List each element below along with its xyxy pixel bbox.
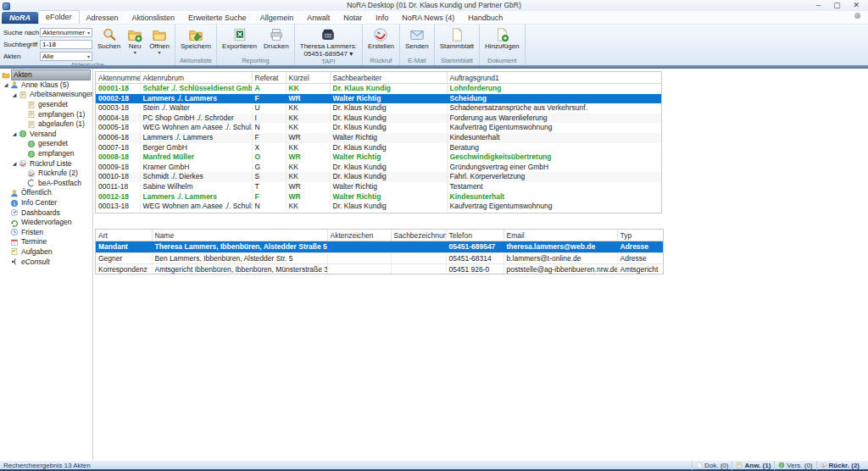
tab-nora-app[interactable]: NoRA xyxy=(2,12,38,24)
sidebar-item-termine[interactable]: Termine xyxy=(0,237,92,247)
sidebar-item-abgelaufen-1[interactable]: abgelaufen (1) xyxy=(0,119,92,130)
suchbegriff-input[interactable] xyxy=(40,40,92,49)
suchen-button[interactable]: Suchen xyxy=(94,25,124,61)
status-counter-rückr-2[interactable]: Rückr. (2) xyxy=(816,461,863,470)
column-header-art[interactable]: Art xyxy=(96,230,152,241)
sidebar-item-label: abgelaufen (1) xyxy=(36,119,86,129)
case-row[interactable]: 00009-18Kramer GmbHGKKDr. Klaus KundigGr… xyxy=(96,163,662,173)
contact-row[interactable]: GegnerBen Lammers, Ibbenbüren, Alstedder… xyxy=(96,252,664,264)
case-row[interactable]: 00013-18WEG Wohnen am Aasee ./. SchulzNK… xyxy=(96,202,662,212)
sidebar-item-dashboards[interactable]: Dashboards xyxy=(0,208,92,218)
sidebar-item-rückrufe-2[interactable]: Rückrufe (2) xyxy=(0,169,92,179)
stammblatt-button[interactable]: Stammblatt xyxy=(437,25,477,57)
cell: 00005-18 xyxy=(96,123,140,133)
column-header-sachbezeichnung[interactable]: Sachbezeichnung xyxy=(391,230,446,241)
sidebar-item-akten[interactable]: Akten xyxy=(0,70,92,80)
sidebar-item-bea-postfach[interactable]: beA-Postfach xyxy=(0,179,92,189)
tapi-contact-button[interactable]: Theresa Lammers:05451-689547 ▾ xyxy=(297,25,360,58)
sidebar-item-anne-klaus-5[interactable]: ◢Anne Klaus (5) xyxy=(0,80,92,91)
info-icon xyxy=(10,199,19,208)
cell: WR xyxy=(286,94,330,104)
akten-select[interactable]: Alle ▾ xyxy=(40,52,92,61)
status-counter-vers-0[interactable]: Vers. (0) xyxy=(774,461,815,470)
case-row[interactable]: 00012-18Lammers ./. LammersFWRWalter Ric… xyxy=(96,192,662,202)
case-row[interactable]: 00007-18Berger GmbHXKKDr. Klaus KundigBe… xyxy=(96,143,662,153)
speichern-button[interactable]: Speichern xyxy=(177,25,214,57)
status-counter-label: Vers. (0) xyxy=(787,461,812,470)
tree-expander-icon[interactable]: ◢ xyxy=(10,130,19,138)
contact-row[interactable]: KorrespondenzAmtsgericht Ibbenbüren, Ibb… xyxy=(96,264,664,275)
column-header-auftragsgrund1[interactable]: Auftragsgrund1 xyxy=(447,72,662,84)
case-row[interactable]: 00001-18Schäfer ./. Schlüsseldienst GmbH… xyxy=(96,84,662,94)
column-header-name[interactable]: Name xyxy=(152,230,327,241)
sidebar-item-rückruf-liste[interactable]: ◢Rückruf Liste xyxy=(0,158,92,169)
cell: 05451 926-0 xyxy=(446,264,504,275)
cell: 00001-18 xyxy=(96,84,140,94)
group-label-aktionsliste: Aktionsliste xyxy=(177,57,214,65)
erstellen-button[interactable]: Erstellen xyxy=(364,25,398,57)
ribbon-group-tapi: Theresa Lammers:05451-689547 ▾ TAPI xyxy=(295,25,363,65)
help-icon[interactable] xyxy=(854,13,860,19)
folder-icon xyxy=(2,71,11,80)
contact-row[interactable]: MandantTheresa Lammers, Ibbenbüren, Alst… xyxy=(96,241,664,253)
tab-notar[interactable]: Notar xyxy=(337,12,369,24)
column-header-aktennummer[interactable]: Aktennummer xyxy=(96,72,140,84)
case-row[interactable]: 00011-18Sabine WilhelmTWRWalter RichtigT… xyxy=(96,182,662,192)
sidebar-item-gesendet[interactable]: gesendet xyxy=(0,100,92,110)
column-header-telefon[interactable]: Telefon xyxy=(446,230,504,241)
tab-handbuch[interactable]: Handbuch xyxy=(461,12,509,24)
suche-nach-select[interactable]: Aktennummer ▾ xyxy=(40,28,92,37)
tree-expander-icon[interactable]: ◢ xyxy=(2,80,10,89)
sidebar-item-versand[interactable]: ◢Versand xyxy=(0,130,92,140)
sidebar-item-fristen[interactable]: Fristen xyxy=(0,228,92,238)
tab-anwalt[interactable]: Anwalt xyxy=(300,12,337,24)
case-row[interactable]: 00005-18WEG Wohnen am Aasee ./. SchulzNK… xyxy=(96,123,662,133)
minimize-button[interactable]: – xyxy=(816,0,821,11)
tab-allgemein[interactable]: Allgemein xyxy=(253,12,301,24)
sidebar-item-label: Info Center xyxy=(19,198,58,208)
column-header-kürzel[interactable]: Kürzel xyxy=(286,72,330,84)
maximize-button[interactable]: ▢ xyxy=(833,0,841,11)
case-row[interactable]: 00006-18Lammers ./. LammersFWRWalter Ric… xyxy=(96,133,662,143)
case-row[interactable]: 00002-18Lammers ./. LammersFWRWalter Ric… xyxy=(96,94,662,104)
tab-nora-news-4[interactable]: NoRA News (4) xyxy=(395,12,461,24)
tree-expander-icon[interactable]: ◢ xyxy=(10,91,19,99)
tab-adressen[interactable]: Adressen xyxy=(80,12,125,24)
drucken-button[interactable]: Drucken xyxy=(260,25,292,57)
exportieren-button[interactable]: Exportieren xyxy=(219,25,260,57)
sidebar-item-aufgaben[interactable]: Aufgaben xyxy=(0,247,92,258)
cell: 00013-18 xyxy=(96,202,140,212)
column-header-referat[interactable]: Referat xyxy=(252,72,286,84)
column-header-aktenzeichen[interactable]: Aktenzeichen xyxy=(327,230,391,241)
oeffnen-button[interactable]: Öffnen▾ xyxy=(146,25,173,61)
column-header-sachbearbeiter[interactable]: Sachbearbeiter xyxy=(330,72,447,84)
sidebar-item-info-center[interactable]: Info Center xyxy=(0,198,92,208)
status-counter-label: Anw. (1) xyxy=(744,461,771,470)
tab-info[interactable]: Info xyxy=(369,12,395,24)
sidebar-item-gesendet[interactable]: gesendet xyxy=(0,139,92,149)
tab-erweiterte-suche[interactable]: Erweiterte Suche xyxy=(181,12,253,24)
senden-button[interactable]: Senden xyxy=(402,25,432,57)
sidebar-item-arbeitsanweisungen[interactable]: ◢Arbeitsanweisungen xyxy=(0,90,92,100)
column-header-email[interactable]: Email xyxy=(504,230,617,241)
column-header-typ[interactable]: Typ xyxy=(617,230,664,241)
sidebar-item-empfangen-1[interactable]: empfangen (1) xyxy=(0,109,92,119)
tab-aktionslisten[interactable]: Aktionslisten xyxy=(125,12,182,24)
status-counter-dok-0[interactable]: Dok. (0) xyxy=(692,461,732,470)
case-row[interactable]: 00003-18Stein ./. WalterUKKDr. Klaus Kun… xyxy=(96,103,662,114)
case-row[interactable]: 00008-18Manfred MüllerOWRWalter RichtigG… xyxy=(96,152,662,163)
close-button[interactable]: ✕ xyxy=(853,0,860,11)
tab-efolder[interactable]: eFolder xyxy=(38,10,80,24)
sidebar-item-empfangen[interactable]: empfangen xyxy=(0,149,92,159)
sidebar-item-öffentlich[interactable]: Öffentlich xyxy=(0,188,92,198)
tree-expander-icon[interactable]: ◢ xyxy=(10,159,19,168)
sidebar-item-wiedervorlagen[interactable]: Wiedervorlagen xyxy=(0,218,92,228)
neu-button[interactable]: Neu▾ xyxy=(124,25,146,61)
case-row[interactable]: 00004-18PC Shop GmbH ./. SchröderIKKDr. … xyxy=(96,114,662,124)
sidebar-item-econsult[interactable]: eConsult xyxy=(0,257,92,267)
note-icon xyxy=(27,120,36,129)
hinzufuegen-button[interactable]: Hinzufügen xyxy=(481,25,522,57)
case-row[interactable]: 00010-18Schmidt ./. DierkesSKKDr. Klaus … xyxy=(96,172,662,182)
status-counter-anw-1[interactable]: Anw. (1) xyxy=(732,461,774,470)
column-header-aktenrubrum[interactable]: Aktenrubrum xyxy=(140,72,252,84)
